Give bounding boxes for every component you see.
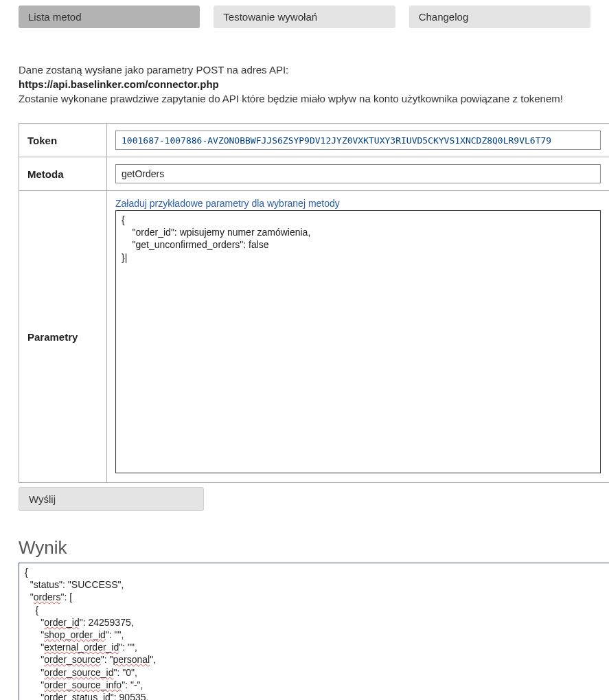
row-params: Parametry Załaduj przykładowe parametry … [19, 191, 610, 483]
form-table: Token Metoda Parametry Załaduj przykłado… [19, 123, 609, 483]
params-textarea[interactable]: { "order_id": wpisujemy numer zamówienia… [115, 210, 601, 473]
result-output[interactable]: { "status": "SUCCESS", "orders": [ { "or… [19, 563, 609, 700]
tabs-bar: Lista metod Testowanie wywołań Changelog [0, 5, 609, 28]
submit-button[interactable]: Wyślij [19, 487, 204, 511]
load-example-params-link[interactable]: Załaduj przykładowe parametry dla wybran… [115, 198, 601, 209]
description-block: Dane zostaną wysłane jako parametry POST… [0, 63, 609, 106]
params-label: Parametry [19, 191, 107, 483]
api-url: https://api.baselinker.com/connector.php [19, 77, 590, 91]
description-line-2: Zostanie wykonane prawdziwe zapytanie do… [19, 91, 590, 106]
submit-wrap: Wyślij [0, 483, 609, 511]
tab-test-calls[interactable]: Testowanie wywołań [214, 5, 395, 28]
tab-method-list[interactable]: Lista metod [19, 5, 200, 28]
description-line-1: Dane zostaną wysłane jako parametry POST… [19, 63, 590, 77]
result-heading: Wynik [0, 511, 609, 558]
token-input[interactable] [115, 131, 601, 150]
tab-changelog[interactable]: Changelog [409, 5, 590, 28]
token-label: Token [19, 124, 107, 157]
row-token: Token [19, 124, 610, 157]
method-label: Metoda [19, 157, 107, 191]
method-input[interactable] [115, 164, 601, 183]
row-method: Metoda [19, 157, 610, 191]
